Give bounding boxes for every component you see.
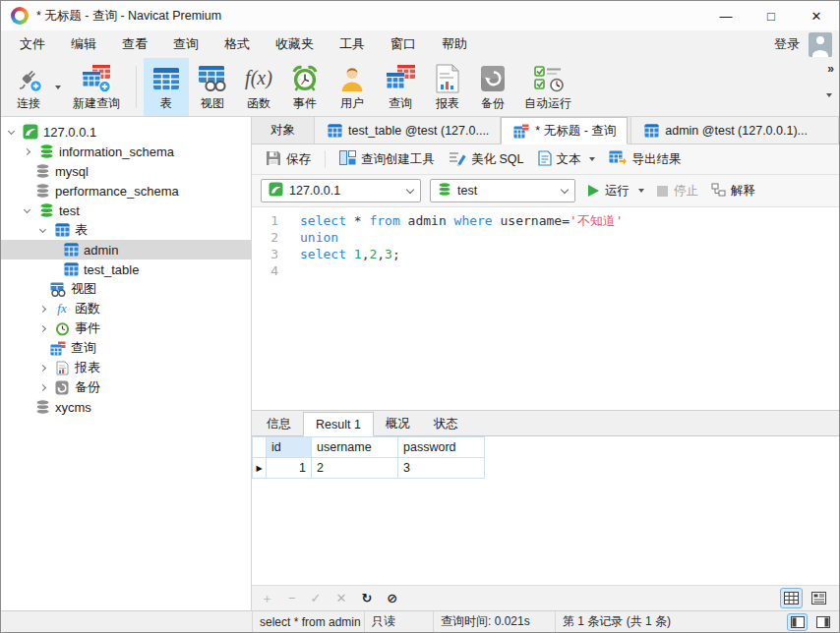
- tree-item-connection-127001[interactable]: 127.0.0.1: [1, 122, 251, 142]
- result-tab-status[interactable]: 状态: [422, 413, 470, 435]
- save-button[interactable]: 保存: [259, 147, 318, 172]
- tree-item-label: xycms: [55, 400, 91, 415]
- menu-favorites[interactable]: 收藏夹: [263, 31, 327, 57]
- stop-label: 停止: [674, 183, 698, 200]
- toolbar-connection-button[interactable]: 连接: [5, 58, 52, 116]
- user-avatar[interactable]: [809, 32, 832, 57]
- toolbar-overflow-chevron[interactable]: »: [827, 62, 834, 76]
- menu-edit[interactable]: 编辑: [58, 31, 109, 57]
- tree-item-admin-table[interactable]: admin: [1, 240, 251, 259]
- menu-view[interactable]: 查看: [109, 31, 160, 57]
- function-icon: f(x): [245, 63, 272, 94]
- tree-item-views-folder[interactable]: 视图: [1, 279, 251, 299]
- event-icon: [53, 320, 71, 336]
- result-tab-info[interactable]: 信息: [255, 413, 303, 435]
- grid-data-row[interactable]: ▶ 1 2 3: [253, 458, 485, 479]
- close-button[interactable]: ✕: [794, 1, 839, 30]
- tree-item-mysql[interactable]: mysql: [1, 161, 251, 181]
- connection-select[interactable]: 127.0.0.1: [261, 179, 421, 202]
- tree-item-tables-folder[interactable]: 表: [1, 220, 251, 240]
- tab-objects[interactable]: 对象: [252, 117, 315, 144]
- event-icon: [290, 63, 320, 94]
- toolbar-queries-button[interactable]: 查询: [376, 58, 425, 116]
- export-result-icon: [609, 150, 628, 169]
- login-button[interactable]: 登录: [765, 35, 809, 53]
- tree-item-queries-folder[interactable]: 查询: [1, 338, 251, 358]
- chevron-right-icon[interactable]: [36, 366, 49, 371]
- sql-editor[interactable]: 1 select * from admin where username='不知…: [252, 207, 839, 410]
- tree-item-xycms[interactable]: xycms: [1, 397, 251, 417]
- tree-item-test-db[interactable]: test: [1, 201, 251, 220]
- connection-dropdown-arrow[interactable]: [52, 58, 64, 116]
- result-tab-profile[interactable]: 概况: [374, 413, 422, 435]
- maximize-button[interactable]: □: [749, 1, 794, 30]
- stop-query-icon[interactable]: ⊘: [387, 592, 397, 604]
- toolbar-more-arrow[interactable]: [826, 97, 832, 112]
- menu-query[interactable]: 查询: [160, 31, 211, 57]
- column-header-username[interactable]: username: [312, 437, 398, 458]
- run-dropdown-arrow[interactable]: [638, 189, 644, 193]
- database-select[interactable]: test: [430, 179, 575, 202]
- statusbar-query-time: 查询时间: 0.021s: [434, 611, 556, 632]
- chevron-down-icon[interactable]: [21, 209, 33, 212]
- menu-format[interactable]: 格式: [211, 31, 263, 57]
- toolbar-backup-label: 备份: [481, 95, 505, 112]
- tab-label: admin @test (127.0.0.1)...: [665, 124, 808, 138]
- chevron-down-icon[interactable]: [36, 229, 49, 232]
- toolbar-views-button[interactable]: 视图: [189, 58, 236, 116]
- tree-item-functions-folder[interactable]: fx 函数: [1, 299, 251, 318]
- chevron-right-icon[interactable]: [36, 385, 49, 390]
- form-view-button[interactable]: [808, 588, 830, 608]
- database-green-icon: [438, 182, 451, 200]
- column-header-password[interactable]: password: [398, 437, 485, 458]
- explain-button[interactable]: 解释: [711, 183, 755, 200]
- menu-tools[interactable]: 工具: [327, 31, 378, 57]
- refresh-icon[interactable]: ↻: [361, 592, 372, 604]
- result-tab-result1[interactable]: Result 1: [303, 412, 374, 436]
- toolbar-backup-button[interactable]: 备份: [470, 58, 515, 116]
- tree-item-information-schema[interactable]: information_schema: [1, 142, 251, 161]
- cell-username[interactable]: 2: [312, 458, 398, 479]
- menu-file[interactable]: 文件: [7, 31, 58, 57]
- tree-item-backup-folder[interactable]: 备份: [1, 377, 251, 397]
- toolbar-reports-button[interactable]: 报表: [425, 58, 470, 116]
- toolbar-users-button[interactable]: 用户: [329, 58, 376, 116]
- cell-id[interactable]: 1: [267, 458, 312, 479]
- toolbar-new-query-button[interactable]: 新建查询: [64, 58, 129, 116]
- cell-password[interactable]: 3: [398, 458, 485, 479]
- run-button[interactable]: 运行: [588, 183, 630, 200]
- tree-item-label: test_table: [84, 262, 139, 277]
- toolbar-tables-button[interactable]: 表: [144, 58, 189, 116]
- tab-admin-table[interactable]: admin @test (127.0.0.1)...: [630, 117, 839, 144]
- column-header-id[interactable]: id: [267, 437, 312, 458]
- menu-help[interactable]: 帮助: [429, 31, 480, 57]
- text-doc-icon: [538, 150, 552, 169]
- tree-item-reports-folder[interactable]: 报表: [1, 358, 251, 377]
- text-mode-label: 文本: [557, 151, 581, 168]
- show-left-pane-button[interactable]: [787, 613, 808, 631]
- toolbar-events-label: 事件: [293, 95, 317, 112]
- row-selector-header[interactable]: [253, 437, 267, 458]
- chevron-down-icon[interactable]: [5, 131, 18, 134]
- tab-test-table[interactable]: test_table @test (127.0....: [315, 117, 501, 144]
- tree-item-test-table[interactable]: test_table: [1, 259, 251, 279]
- show-right-pane-button[interactable]: [812, 613, 833, 631]
- toolbar-functions-button[interactable]: f(x) 函数: [236, 58, 281, 116]
- export-result-button[interactable]: 导出结果: [602, 147, 689, 172]
- minimize-button[interactable]: —: [703, 1, 749, 30]
- chevron-right-icon[interactable]: [36, 307, 49, 312]
- chevron-right-icon[interactable]: [36, 326, 49, 331]
- function-icon: fx: [53, 301, 71, 316]
- tree-item-performance-schema[interactable]: performance_schema: [1, 181, 251, 201]
- grid-view-button[interactable]: [780, 588, 803, 608]
- chevron-right-icon[interactable]: [21, 149, 33, 154]
- text-dropdown-arrow[interactable]: [589, 157, 595, 161]
- text-mode-button[interactable]: 文本: [531, 147, 602, 172]
- tree-item-events-folder[interactable]: 事件: [1, 318, 251, 338]
- query-builder-button[interactable]: 查询创建工具: [332, 147, 442, 171]
- toolbar-automation-button[interactable]: 自动运行: [515, 58, 580, 116]
- tab-untitled-query[interactable]: * 无标题 - 查询: [501, 117, 628, 144]
- beautify-sql-button[interactable]: 美化 SQL: [442, 147, 531, 172]
- toolbar-events-button[interactable]: 事件: [281, 58, 329, 116]
- menu-window[interactable]: 窗口: [378, 31, 429, 57]
